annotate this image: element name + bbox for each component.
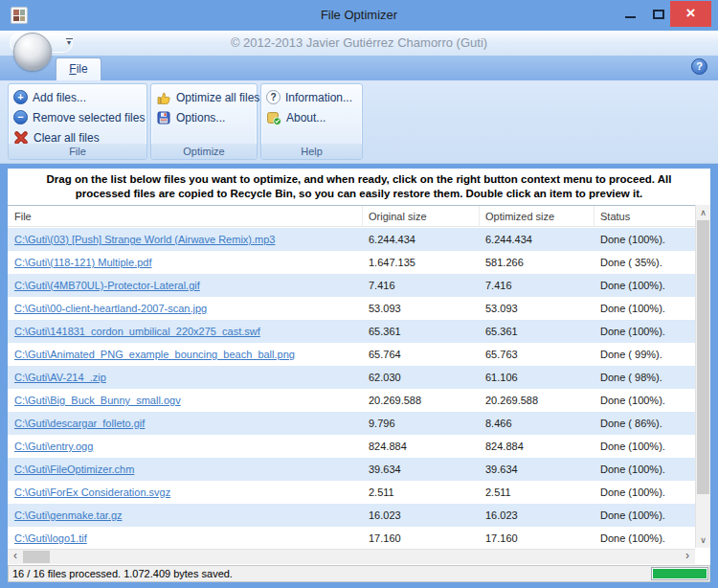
status-cell: Done ( 98%). <box>595 366 695 389</box>
table-row[interactable]: C:\Guti\Animated_PNG_example_bouncing_be… <box>8 343 695 366</box>
table-row[interactable]: C:\Guti\Big_Buck_Bunny_small.ogv20.269.5… <box>8 389 695 412</box>
close-button[interactable]: × <box>670 1 711 27</box>
remove-selected-files-button[interactable]: − Remove selected files <box>9 107 146 127</box>
button-label: Options... <box>176 111 225 124</box>
table-row[interactable]: C:\Guti\entry.ogg824.884824.884Done (100… <box>8 435 695 458</box>
help-icon[interactable]: ? <box>691 58 707 75</box>
optimized-size-cell: 20.269.588 <box>480 389 595 412</box>
file-link[interactable]: C:\Guti\00-client-heartland-2007-scan.jp… <box>14 303 207 314</box>
titlebar: File Optimizer × <box>0 0 718 31</box>
file-link[interactable]: C:\Guti\(4MB70UL)-Protector-Lateral.gif <box>14 280 200 291</box>
tab-strip: File ? <box>0 56 718 80</box>
horizontal-scrollbar-thumb[interactable] <box>23 551 50 563</box>
optimize-all-files-button[interactable]: Optimize all files <box>151 87 257 107</box>
original-size-cell: 2.511 <box>363 481 480 504</box>
status-cell: Done ( 86%). <box>595 412 695 435</box>
about-button[interactable]: About... <box>261 107 362 127</box>
app-menu-orb-button[interactable] <box>13 33 52 71</box>
column-header-optimized-size[interactable]: Optimized size <box>480 206 595 227</box>
table-row[interactable]: C:\Guti\(118-121) Multiple.pdf1.647.1355… <box>8 251 695 274</box>
file-cell: C:\Guti\ForEx Consideration.svgz <box>8 481 363 504</box>
button-label: Optimize all files <box>176 91 259 104</box>
file-link[interactable]: C:\Guti\Big_Buck_Bunny_small.ogv <box>14 395 181 406</box>
status-cell: Done (100%). <box>595 527 695 549</box>
optimized-size-cell: 53.093 <box>480 297 595 320</box>
table-row[interactable]: C:\Guti\AV-214_.zip62.03061.106Done ( 98… <box>8 366 695 389</box>
file-cell: C:\Guti\FileOptimizer.chm <box>8 458 363 481</box>
file-link[interactable]: C:\Guti\FileOptimizer.chm <box>14 464 134 475</box>
button-label: Clear all files <box>34 131 100 145</box>
quick-access-strip: © 2012-2013 Javier Gutiérrez Chamorro (G… <box>0 31 718 56</box>
file-cell: C:\Guti\logo1.tif <box>8 527 363 549</box>
button-label: Add files... <box>33 91 86 104</box>
optimized-size-cell: 7.416 <box>480 274 595 297</box>
original-size-cell: 39.634 <box>363 458 480 481</box>
status-cell: Done (100%). <box>595 389 695 412</box>
vertical-scrollbar[interactable]: ∧ ∨ <box>695 205 710 548</box>
add-files-button[interactable]: + Add files... <box>9 87 146 107</box>
file-table-body: C:\Guti\(03) [Push] Strange World (Airwa… <box>8 228 695 549</box>
minimize-icon <box>625 16 636 18</box>
file-link[interactable]: C:\Guti\AV-214_.zip <box>14 372 106 383</box>
column-header-original-size[interactable]: Original size <box>363 206 480 227</box>
table-row[interactable]: C:\Guti\logo1.tif17.16017.160Done (100%)… <box>8 527 695 549</box>
client-area: Drag on the list below files you want to… <box>8 169 710 582</box>
table-row[interactable]: C:\Guti\(4MB70UL)-Protector-Lateral.gif7… <box>8 274 695 297</box>
group-label-file: File <box>9 144 146 159</box>
optimized-size-cell: 65.361 <box>480 320 595 343</box>
scroll-left-icon[interactable]: ‹ <box>8 550 23 564</box>
optimized-size-cell: 61.106 <box>480 366 595 389</box>
file-link[interactable]: C:\Guti\(03) [Push] Strange World (Airwa… <box>14 234 275 245</box>
file-link[interactable]: C:\Guti\descargar_folleto.gif <box>14 418 145 429</box>
group-label-help: Help <box>261 144 362 159</box>
horizontal-scrollbar[interactable]: ‹ › <box>8 549 695 564</box>
scroll-up-icon[interactable]: ∧ <box>696 205 710 220</box>
table-row[interactable]: C:\Guti\genmake.tar.gz16.02316.023Done (… <box>8 504 695 527</box>
file-link[interactable]: C:\Guti\logo1.tif <box>14 532 87 544</box>
file-link[interactable]: C:\Guti\(118-121) Multiple.pdf <box>14 257 151 268</box>
vertical-scrollbar-thumb[interactable] <box>697 220 709 494</box>
optimized-size-cell: 6.244.434 <box>480 228 595 251</box>
original-size-cell: 1.647.135 <box>363 251 480 274</box>
table-row[interactable]: C:\Guti\FileOptimizer.chm39.63439.634Don… <box>8 458 695 481</box>
file-cell: C:\Guti\AV-214_.zip <box>8 366 363 389</box>
file-cell: C:\Guti\141831_cordon_umbilical_220x275_… <box>8 320 363 343</box>
file-cell: C:\Guti\00-client-heartland-2007-scan.jp… <box>8 297 363 320</box>
scroll-right-icon[interactable]: › <box>680 550 695 564</box>
options-button[interactable]: Options... <box>151 107 257 127</box>
status-cell: Done ( 35%). <box>595 251 695 274</box>
optimize-icon <box>156 90 171 105</box>
tab-file[interactable]: File <box>56 57 101 80</box>
column-header-status[interactable]: Status <box>595 206 695 227</box>
file-link[interactable]: C:\Guti\entry.ogg <box>14 441 93 452</box>
original-size-cell: 20.269.588 <box>363 389 480 412</box>
information-button[interactable]: ? Information... <box>261 87 362 107</box>
table-row[interactable]: C:\Guti\141831_cordon_umbilical_220x275_… <box>8 320 695 343</box>
original-size-cell: 16.023 <box>363 504 480 527</box>
original-size-cell: 9.796 <box>363 412 480 435</box>
status-cell: Done (100%). <box>595 297 695 320</box>
maximize-button[interactable] <box>645 2 672 29</box>
file-cell: C:\Guti\Animated_PNG_example_bouncing_be… <box>8 343 363 366</box>
file-link[interactable]: C:\Guti\genmake.tar.gz <box>14 509 123 521</box>
table-row[interactable]: C:\Guti\00-client-heartland-2007-scan.jp… <box>8 297 695 320</box>
column-header-file[interactable]: File <box>8 206 363 227</box>
minimize-button[interactable] <box>617 2 643 29</box>
button-label: Information... <box>285 91 352 104</box>
qat-dropdown-icon[interactable]: ▾ <box>63 35 75 51</box>
status-cell: Done (100%). <box>595 228 695 251</box>
file-link[interactable]: C:\Guti\141831_cordon_umbilical_220x275_… <box>14 326 260 337</box>
table-row[interactable]: C:\Guti\ForEx Consideration.svgz2.5112.5… <box>8 481 695 504</box>
table-row[interactable]: C:\Guti\descargar_folleto.gif9.7968.466D… <box>8 412 695 435</box>
file-link[interactable]: C:\Guti\Animated_PNG_example_bouncing_be… <box>14 349 295 360</box>
copyright-text: © 2012-2013 Javier Gutiérrez Chamorro (G… <box>0 31 718 55</box>
optimized-size-cell: 17.160 <box>480 527 595 549</box>
file-link[interactable]: C:\Guti\ForEx Consideration.svgz <box>14 486 170 498</box>
button-label: About... <box>286 111 325 124</box>
ribbon: + Add files... − Remove selected files C… <box>0 80 718 164</box>
optimized-size-cell: 8.466 <box>480 412 595 435</box>
table-row[interactable]: C:\Guti\(03) [Push] Strange World (Airwa… <box>8 228 695 251</box>
instruction-text: Drag on the list below files you want to… <box>8 169 710 205</box>
scroll-down-icon[interactable]: ∨ <box>696 532 710 548</box>
original-size-cell: 824.884 <box>363 435 480 458</box>
